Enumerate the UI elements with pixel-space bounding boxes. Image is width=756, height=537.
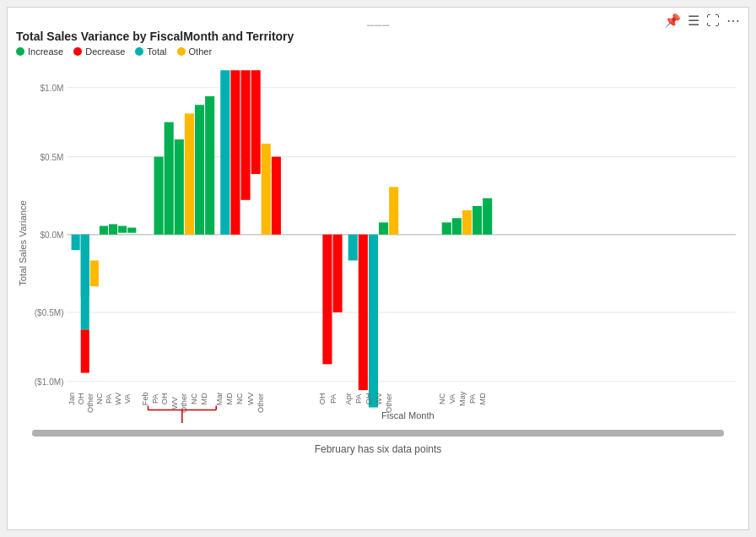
x-label-md1: MD [200,393,208,405]
bar-apr-other [389,187,398,234]
x-label-may: May [458,391,467,406]
svg-text:$1.0M: $1.0M [40,84,63,93]
x-label-nc4: NC [438,393,446,404]
svg-text:$0.5M: $0.5M [40,153,63,162]
bar-feb-oh [165,122,174,235]
drag-handle-icon: ⎯⎯⎯ [367,13,390,26]
bar-apr-oh2 [369,235,378,408]
bar-may-pa [472,206,482,235]
x-label-oh4: OH [364,393,373,404]
bar-mar-md [230,70,240,235]
legend-total-label: Total [147,46,166,57]
bar-oh-red [81,329,89,372]
bar-apr-wv [379,222,388,234]
x-label-wv2: WV [170,396,179,410]
legend-decrease-dot [73,47,82,56]
scrollbar-thumb [32,430,724,437]
x-label-jan: Jan [68,393,76,405]
bar-jan-nc [100,226,108,235]
chart-card: ⎯⎯⎯ 📌 ☰ ⛶ ⋯ Total Sales Variance by Fisc… [7,7,749,530]
chart-legend: Increase Decrease Total Other [16,46,740,57]
annotation-label: February has six data points [315,443,442,455]
bar-feb-other [185,113,194,234]
filter-icon[interactable]: ☰ [688,13,699,29]
bar-may-other [462,210,472,235]
bar-may-nc [442,222,451,234]
bottom-section: February has six data points [16,428,740,455]
bar-jan-wv [118,226,127,233]
x-label-oh2: OH [160,393,169,404]
legend-total: Total [135,46,166,57]
legend-decrease: Decrease [73,46,125,57]
x-label-pa4: PA [354,393,363,404]
bar-may-va [452,218,462,234]
bar-apr-total [348,235,358,261]
x-label-nc1: NC [95,393,104,404]
bar-feb-wv [175,139,184,235]
svg-text:($0.5M): ($0.5M) [35,308,64,317]
bar-jan-total [72,235,80,250]
expand-icon[interactable]: ⛶ [706,14,720,29]
pin-icon[interactable]: 📌 [664,13,681,29]
x-label-mar: Mar [215,392,224,405]
x-label-pa1: PA [105,393,113,404]
x-label-va1: VA [123,393,132,404]
bar-may-md [483,198,492,235]
x-label-oh1: OH [77,393,85,404]
x-label-nc2: NC [190,393,198,404]
bar-jan-other [90,260,99,286]
legend-increase: Increase [16,46,63,57]
legend-decrease-label: Decrease [85,46,125,57]
x-label-wv4: WV [375,392,383,405]
bar-jan-pa [109,224,117,234]
drag-handle-bar: ⎯⎯⎯ [367,13,390,26]
card-actions: 📌 ☰ ⛶ ⋯ [664,13,740,29]
x-label-pa5: PA [468,393,477,404]
x-axis-label: Fiscal Month [381,410,435,420]
x-label-oh3: OH [318,393,327,404]
legend-increase-dot [16,47,24,56]
bar-feb-nc [195,105,204,235]
bar-apr-pa2 [359,235,368,390]
legend-total-dot [135,47,143,56]
x-label-apr: Apr [344,393,353,404]
x-label-md3: MD [478,393,487,405]
legend-other-dot [177,47,186,56]
bar-mar-total [220,70,230,235]
x-label-va2: VA [448,393,456,404]
svg-text:$0.0M: $0.0M [40,231,63,240]
x-label-feb: Feb [142,392,150,405]
x-label-other3: Other [256,393,265,413]
bar-apr-pa [333,235,343,312]
chart-svg: Total Sales Variance $1.0M $0.5M $0.0M (… [16,62,740,425]
scrollbar-track[interactable] [32,430,724,437]
bar-oh-main [81,235,89,330]
legend-other: Other [177,46,213,57]
more-icon[interactable]: ⋯ [726,13,740,29]
bar-mar-nc2 [272,157,281,235]
bar-mar-nc [240,70,250,200]
legend-increase-label: Increase [28,46,63,57]
svg-text:($1.0M): ($1.0M) [35,377,64,387]
bar-jan-va [127,228,136,233]
bar-feb-md [205,96,214,235]
chart-title: Total Sales Variance by FiscalMonth and … [16,30,740,43]
bar-feb-pa [154,157,164,235]
bar-mar-other [262,144,271,235]
bar-mar-wv [251,70,261,174]
x-label-md2: MD [225,393,234,405]
chart-area: Total Sales Variance $1.0M $0.5M $0.0M (… [16,62,740,425]
x-label-pa2: PA [151,393,159,404]
x-label-wv1: WV [114,392,122,405]
x-label-pa3: PA [329,393,338,404]
x-label-nc3: NC [236,393,245,404]
y-axis-label: Total Sales Variance [18,200,28,286]
legend-other-label: Other [189,46,213,57]
x-label-wv3: WV [246,392,255,405]
bar-apr-oh-red [322,235,332,365]
x-label-other1: Other [86,393,94,413]
